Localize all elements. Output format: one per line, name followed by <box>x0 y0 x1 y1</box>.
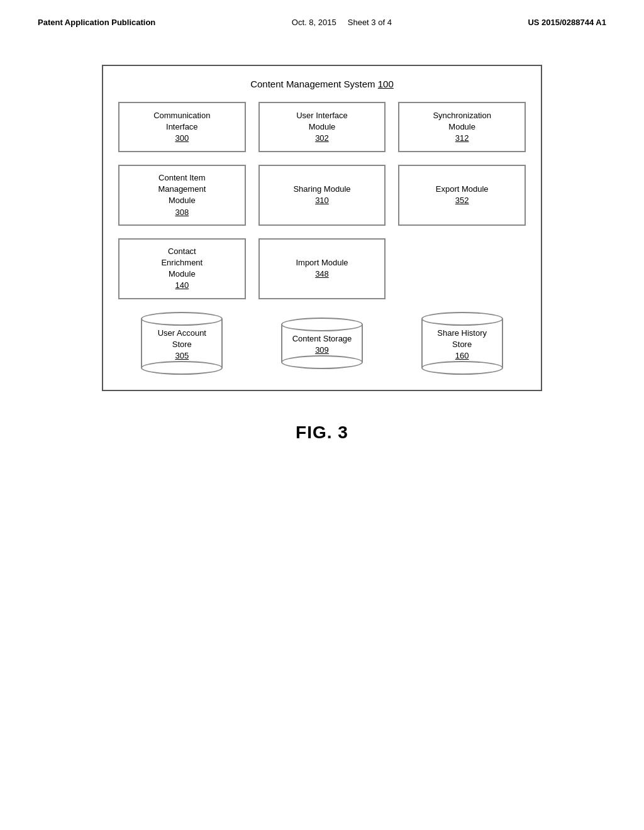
contact-enrichment-box: ContactEnrichmentModule140 <box>118 238 246 299</box>
diagram-title: Content Management System 100 <box>118 79 526 89</box>
main-content: Content Management System 100 Communicat… <box>0 40 644 468</box>
ui-module-box: User InterfaceModule302 <box>258 102 386 152</box>
share-history-store-cylinder: Share HistoryStore160 <box>398 312 526 375</box>
patent-number-label: US 2015/0288744 A1 <box>528 18 606 27</box>
sheet-label: Sheet 3 of 4 <box>348 18 392 27</box>
sync-module-box: SynchronizationModule312 <box>398 102 526 152</box>
content-storage-cylinder: Content Storage309 <box>258 312 386 375</box>
diagram-container: Content Management System 100 Communicat… <box>102 65 542 391</box>
cyl-top-1 <box>141 312 223 326</box>
cyl-top-3 <box>421 312 503 326</box>
cyl-bottom-2 <box>281 355 363 369</box>
content-mgmt-box: Content ItemManagementModule308 <box>118 165 246 226</box>
figure-caption: FIG. 3 <box>296 423 348 443</box>
comm-interface-box: CommunicationInterface300 <box>118 102 246 152</box>
user-account-store-cylinder: User AccountStore305 <box>118 312 246 375</box>
publication-label: Patent Application Publication <box>38 18 155 27</box>
date-label: Oct. 8, 2015 <box>292 18 336 27</box>
date-sheet-label: Oct. 8, 2015 Sheet 3 of 4 <box>292 18 392 27</box>
module-grid: CommunicationInterface300 User Interface… <box>118 102 526 375</box>
page-header: Patent Application Publication Oct. 8, 2… <box>0 0 644 40</box>
sharing-module-box: Sharing Module310 <box>258 165 386 226</box>
import-module-box: Import Module348 <box>258 238 386 299</box>
cyl-top-2 <box>281 318 363 331</box>
export-module-box: Export Module352 <box>398 165 526 226</box>
empty-cell-3 <box>398 238 526 299</box>
cyl-bottom-1 <box>141 361 223 375</box>
cyl-bottom-3 <box>421 361 503 375</box>
